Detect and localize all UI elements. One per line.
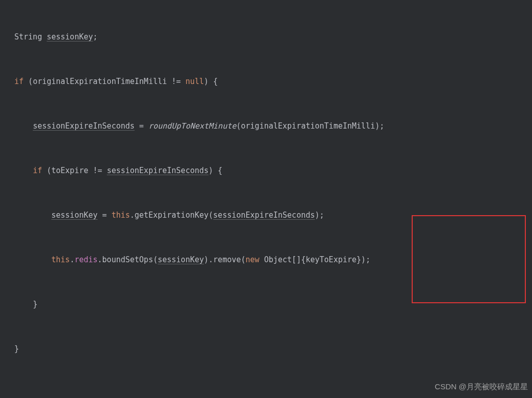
watermark-text: CSDN @月亮被咬碎成星星 <box>435 379 528 394</box>
code-line: if (toExpire != sessionExpireInSeconds) … <box>0 163 532 178</box>
code-line: sessionExpireInSeconds = roundUpToNextMi… <box>0 119 532 134</box>
code-line: } <box>0 297 532 312</box>
code-line: } <box>0 342 532 357</box>
code-line: String sessionKey; <box>0 30 532 45</box>
code-line: this.redis.boundSetOps(sessionKey).remov… <box>0 253 532 267</box>
code-line: if (originalExpirationTimeInMilli != nul… <box>0 74 532 89</box>
code-line: sessionKey = this.getExpirationKey(sessi… <box>0 208 532 223</box>
code-editor[interactable]: String sessionKey; if (originalExpiratio… <box>0 0 532 398</box>
